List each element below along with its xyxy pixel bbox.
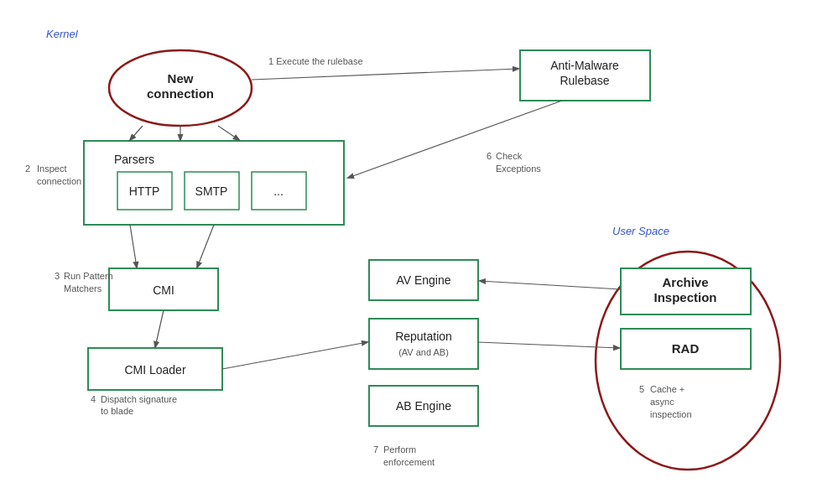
arrow-cmiloader-reputation bbox=[222, 342, 367, 369]
step7-text-1: Perform bbox=[383, 444, 416, 455]
step6-text-1: Check bbox=[496, 151, 523, 161]
step3-num: 3 bbox=[55, 271, 60, 281]
arrow-nc-parsers-right bbox=[218, 126, 239, 140]
new-connection-text-1: New bbox=[168, 71, 194, 86]
ellipsis-label: ... bbox=[273, 184, 284, 198]
kernel-label: Kernel bbox=[46, 28, 79, 40]
anti-malware-text-2: Rulebase bbox=[560, 74, 609, 87]
step4-text-1: Dispatch signature bbox=[101, 394, 177, 404]
cmi-label: CMI bbox=[153, 283, 174, 297]
step4-text-2: to blade bbox=[101, 406, 133, 416]
step5-text-2: async bbox=[650, 397, 674, 407]
step6-num: 6 bbox=[487, 151, 492, 161]
step5-text-3: inspection bbox=[650, 409, 692, 419]
arrow-archive-av bbox=[480, 281, 621, 289]
arrow-nc-parsers-left bbox=[130, 126, 143, 140]
arrow-parsers-cmi-left bbox=[130, 225, 137, 268]
arrow-step1 bbox=[252, 69, 518, 80]
reputation-box bbox=[369, 319, 478, 369]
anti-malware-text-1: Anti-Malware bbox=[550, 59, 619, 72]
cmi-loader-label: CMI Loader bbox=[124, 363, 185, 377]
step3-text-2: Matchers bbox=[64, 283, 102, 294]
new-connection-text-2: connection bbox=[147, 86, 214, 101]
arrow-cmi-cmiloader bbox=[155, 310, 164, 347]
diagram-container: Kernel User Space New connection Anti-Ma… bbox=[0, 0, 838, 504]
step2-num: 2 bbox=[25, 164, 30, 174]
step3-text-1: Run Pattern bbox=[64, 271, 113, 281]
archive-inspection-text-2: Inspection bbox=[653, 290, 716, 304]
rad-label: RAD bbox=[672, 341, 700, 356]
step7-text-2: enforcement bbox=[383, 457, 435, 467]
step6-text-2: Exceptions bbox=[496, 164, 541, 174]
parsers-label: Parsers bbox=[114, 153, 154, 166]
ab-engine-label: AB Engine bbox=[396, 399, 451, 413]
archive-inspection-text-1: Archive bbox=[662, 275, 708, 289]
reputation-sub-label: (AV and AB) bbox=[398, 347, 449, 357]
av-engine-label: AV Engine bbox=[396, 273, 450, 287]
step2-text-2: connection bbox=[37, 176, 81, 186]
reputation-label: Reputation bbox=[395, 330, 452, 343]
step1-label: 1 Execute the rulebase bbox=[268, 56, 363, 66]
step5-num: 5 bbox=[639, 384, 644, 394]
step2-text-1: Inspect bbox=[37, 164, 66, 174]
arrow-parsers-cmi-right bbox=[197, 225, 214, 268]
smtp-label: SMTP bbox=[195, 184, 228, 198]
http-label: HTTP bbox=[129, 184, 160, 198]
step5-text-1: Cache + bbox=[650, 384, 684, 394]
step4-num: 4 bbox=[91, 394, 96, 404]
user-space-label: User Space bbox=[612, 225, 669, 237]
step7-num: 7 bbox=[373, 444, 378, 455]
